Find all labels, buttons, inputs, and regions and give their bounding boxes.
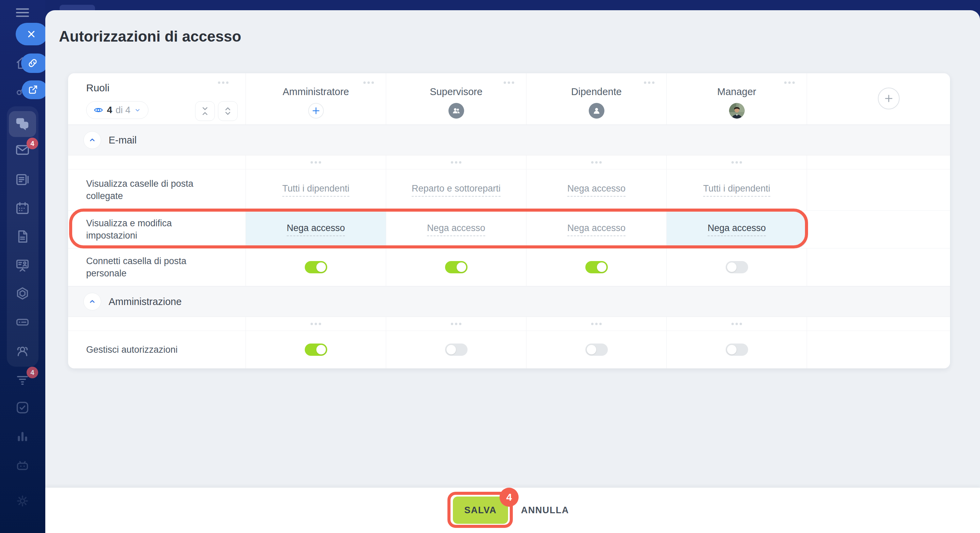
permission-label-cell: Visualizza e modifica impostazioni [68,211,246,248]
news-icon[interactable] [14,172,30,187]
more-options-icon[interactable] [591,161,602,164]
more-options-icon[interactable] [451,161,461,164]
section-header-row: E-mail [68,125,950,155]
permission-label: Gestisci autorizzazioni [68,343,215,356]
drive-icon[interactable] [14,314,30,330]
stats-icon[interactable] [14,429,30,444]
permission-cell [667,331,807,369]
column-options-cell [667,317,807,330]
permission-toggle[interactable] [585,261,608,273]
permission-value-dropdown[interactable]: Nega accesso [708,223,766,236]
filler-cell [807,249,950,286]
add-role-button[interactable] [878,88,900,109]
table-header-row: Ruoli4di 4AmministratoreSupervisoreDipen… [68,73,950,125]
column-options-label-cell [68,155,246,169]
more-options-icon[interactable] [504,81,514,84]
external-link-icon [27,84,39,96]
close-icon [25,28,37,40]
tasks-icon[interactable] [14,400,30,415]
permission-value-dropdown[interactable]: Nega accesso [567,184,625,196]
permission-value-dropdown[interactable]: Nega accesso [427,223,485,236]
role-name: Amministratore [283,86,349,97]
permission-value-dropdown[interactable]: Nega accesso [567,223,625,236]
roles-filter-pill[interactable]: 4di 4 [86,101,148,119]
more-options-icon[interactable] [310,323,321,325]
permission-value-dropdown[interactable]: Reparto e sottoreparti [412,184,501,196]
section-label: Amministrazione [109,296,181,307]
column-options-row [68,155,950,169]
more-options-icon[interactable] [310,161,321,164]
cancel-button[interactable]: ANNULLA [519,496,571,524]
more-options-icon[interactable] [644,81,654,84]
menu-icon[interactable] [14,5,30,21]
permission-label: Connetti casella di posta personale [68,255,245,279]
permission-value-dropdown[interactable]: Tutti i dipendenti [703,184,770,196]
chevron-down-icon [134,106,141,114]
roles-title: Ruoli [86,82,109,94]
group-avatar[interactable] [449,103,464,119]
column-options-cell [246,317,386,330]
role-column-header: Manager [667,73,807,124]
more-options-icon[interactable] [784,81,795,84]
more-options-icon[interactable] [732,323,742,325]
more-options-icon[interactable] [732,161,742,164]
permission-toggle[interactable] [445,261,468,273]
external-link-quick-button[interactable] [22,80,48,99]
permission-row: Connetti casella di posta personale [68,249,950,286]
add-role-cell [807,73,950,124]
permission-label-cell: Visualizza caselle di posta collegate [68,169,246,210]
permission-cell: Nega accesso [386,211,527,248]
column-options-label-cell [68,317,246,330]
calendar-icon[interactable] [14,200,30,216]
permission-toggle[interactable] [305,343,327,356]
manager-photo-avatar[interactable] [729,103,745,119]
tutorial-step-badge: 4 [500,488,519,507]
more-options-icon[interactable] [451,323,461,325]
notification-badge: 4 [27,138,38,149]
column-options-cell [246,155,386,169]
column-options-cell [527,317,667,330]
add-member-button[interactable] [308,103,324,119]
bot-icon[interactable] [14,457,30,473]
more-options-icon[interactable] [218,81,229,84]
close-quick-button[interactable] [16,23,48,45]
filter-count: 4 [107,105,112,115]
more-options-icon[interactable] [591,323,602,325]
collapse-rows-button[interactable] [195,101,215,121]
more-options-icon[interactable] [363,81,374,84]
document-icon[interactable] [14,229,30,244]
modal-footer: SALVA 4 ANNULLA [45,487,980,533]
column-options-cell [386,155,527,169]
permission-cell [386,331,527,369]
permission-value-dropdown[interactable]: Nega accesso [287,223,345,236]
person-avatar[interactable] [589,103,605,119]
permission-cell [667,249,807,286]
permission-cell: Nega accesso [527,169,667,210]
settings-icon[interactable] [14,493,30,509]
expand-rows-button[interactable] [218,101,238,121]
link-quick-button[interactable] [21,54,48,73]
notification-badge: 4 [27,367,38,378]
filler-cell [807,211,950,248]
chat-icon[interactable] [14,116,30,132]
permission-toggle[interactable] [725,261,748,273]
permission-cell: Reparto e sottoreparti [386,169,527,210]
permission-label-cell: Gestisci autorizzazioni [68,331,246,369]
role-column-header: Supervisore [386,73,527,124]
presentation-icon[interactable] [14,257,30,273]
section-header-row: Amministrazione [68,286,950,317]
team-icon[interactable] [14,343,30,359]
role-column-header: Amministratore [246,73,386,124]
collapse-section-button[interactable] [83,131,101,149]
permissions-table: Ruoli4di 4AmministratoreSupervisoreDipen… [68,73,950,369]
save-button[interactable]: SALVA [453,496,508,524]
collapse-section-button[interactable] [83,293,101,310]
permission-toggle[interactable] [725,343,748,356]
permission-toggle[interactable] [305,261,327,273]
permission-label: Visualizza caselle di posta collegate [68,177,245,202]
permission-cell [386,249,527,286]
permission-toggle[interactable] [585,343,608,356]
permission-toggle[interactable] [445,343,468,356]
hexagon-icon[interactable] [14,286,30,302]
permission-value-dropdown[interactable]: Tutti i dipendenti [282,184,349,196]
